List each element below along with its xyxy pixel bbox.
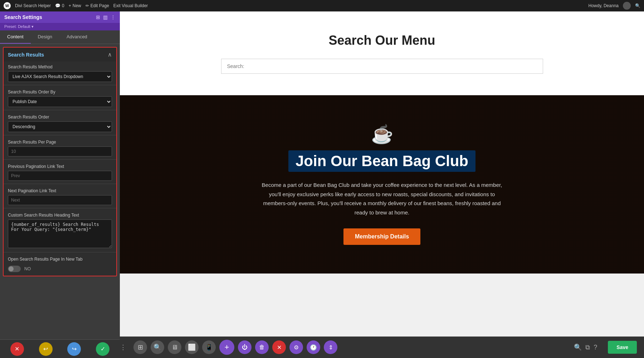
- canvas-search-input[interactable]: [221, 59, 543, 74]
- next-label: Next Pagination Link Text: [8, 188, 112, 193]
- plus-icon: +: [69, 3, 71, 8]
- preset-bar: Preset: Default ▾: [0, 23, 120, 30]
- toggle-row: NO: [8, 263, 112, 274]
- order-by-field-group: Search Results Order By Publish Date Tit…: [4, 87, 116, 108]
- new-tab-toggle[interactable]: [8, 266, 21, 272]
- confirm-button[interactable]: ✓: [96, 342, 109, 356]
- top-bar-right: Howdy, Deanna 🔍: [589, 2, 641, 10]
- per-page-field-group: Search Results Per Page: [4, 137, 116, 158]
- membership-button[interactable]: Membership Details: [343, 228, 420, 245]
- preset-label[interactable]: Preset: Default ▾: [4, 24, 34, 29]
- main-layout: Search Settings ⊞ ▥ ⋮ Preset: Default ▾ …: [0, 11, 644, 358]
- panel-header: Search Settings ⊞ ▥ ⋮: [0, 11, 120, 23]
- order-label: Search Results Order: [8, 115, 112, 120]
- panel-content: Search Results ∧ Search Results Method L…: [0, 44, 120, 339]
- heading-field-group: Custom Search Results Heading Text {numb…: [4, 210, 116, 251]
- toggle-label: NO: [24, 266, 31, 271]
- canvas-search-area: Search Our Menu: [120, 11, 644, 95]
- tabs-bar: Content Design Advanced: [0, 30, 120, 44]
- per-page-label: Search Results Per Page: [8, 140, 112, 145]
- toolbar-trash-button[interactable]: 🗑: [255, 340, 269, 354]
- top-bar: W Divi Search Helper 💬 0 + New ✏ Edit Pa…: [0, 0, 644, 11]
- toolbar-right-search-icon[interactable]: 🔍: [574, 343, 582, 351]
- hero-title: Join Our Bean Bag Club: [288, 150, 475, 172]
- canvas-toolbar: ⋮ ⊞ 🔍 🖥 ⬜ 📱 + ⏻ 🗑 ✕ ⚙ 🕐 ⇕ 🔍 ⧉: [120, 337, 644, 358]
- pencil-icon: ✏: [86, 3, 89, 8]
- tab-advanced[interactable]: Advanced: [59, 30, 94, 44]
- order-by-select[interactable]: Publish Date Title Relevance: [8, 96, 112, 107]
- visual-builder-icon[interactable]: ⊞: [96, 14, 100, 20]
- canvas-hero: ☕ Join Our Bean Bag Club Become a part o…: [120, 95, 644, 274]
- prev-field-group: Previous Pagination Link Text: [4, 161, 116, 182]
- new-tab-field-group: Open Search Results Page In New Tab NO: [4, 254, 116, 276]
- toolbar-add-button[interactable]: +: [219, 340, 234, 355]
- save-button[interactable]: Save: [608, 341, 637, 354]
- toolbar-tablet-icon[interactable]: ⬜: [185, 340, 199, 354]
- collapse-button[interactable]: ∧: [108, 51, 112, 58]
- method-label: Search Results Method: [8, 64, 112, 69]
- toggle-knob: [9, 266, 14, 271]
- next-input[interactable]: [8, 195, 112, 205]
- user-avatar: [623, 2, 631, 10]
- section-title: Search Results: [8, 52, 44, 58]
- order-select[interactable]: Descending Ascending: [8, 121, 112, 132]
- user-greeting: Howdy, Deanna: [589, 3, 619, 8]
- prev-label: Previous Pagination Link Text: [8, 164, 112, 169]
- split-view-icon[interactable]: ▥: [103, 14, 108, 20]
- new-link[interactable]: + New: [69, 3, 81, 8]
- toolbar-search-icon[interactable]: 🔍: [151, 340, 164, 354]
- toolbar-desktop-icon[interactable]: 🖥: [168, 340, 181, 354]
- toolbar-close-button[interactable]: ✕: [272, 340, 286, 354]
- toolbar-layout-icon[interactable]: ⊞: [133, 340, 147, 354]
- wp-logo[interactable]: W: [4, 2, 11, 9]
- toolbar-mobile-icon[interactable]: 📱: [202, 340, 216, 354]
- coffee-icon: ☕: [371, 124, 393, 145]
- heading-textarea[interactable]: {number_of_results} Search Results For Y…: [8, 219, 112, 248]
- redo-button[interactable]: ↪: [67, 342, 81, 356]
- toolbar-right: 🔍 ⧉ ? Save: [574, 341, 637, 354]
- hero-description: Become a part of our Bean Bag Club and t…: [260, 180, 504, 217]
- method-field-group: Search Results Method Live AJAX Search R…: [4, 62, 116, 83]
- toolbar-layers-icon[interactable]: ⧉: [585, 344, 590, 351]
- undo-button[interactable]: ↩: [39, 342, 53, 356]
- next-field-group: Next Pagination Link Text: [4, 185, 116, 207]
- exit-vb-label: Exit Visual Builder: [113, 3, 148, 8]
- edit-page-label: Edit Page: [91, 3, 109, 8]
- comments-count: 0: [62, 3, 64, 8]
- per-page-input[interactable]: [8, 146, 112, 156]
- method-select[interactable]: Live AJAX Search Results Dropdown Standa…: [8, 71, 112, 82]
- topbar-search-icon[interactable]: 🔍: [635, 3, 640, 8]
- left-panel: Search Settings ⊞ ▥ ⋮ Preset: Default ▾ …: [0, 11, 120, 358]
- canvas-search-title: Search Our Menu: [328, 33, 435, 48]
- new-label: New: [73, 3, 81, 8]
- exit-vb-link[interactable]: Exit Visual Builder: [113, 3, 148, 8]
- panel-title: Search Settings: [4, 14, 42, 20]
- toolbar-arrows-button[interactable]: ⇕: [324, 340, 337, 354]
- divi-plugin-label: Divi Search Helper: [15, 3, 51, 8]
- cancel-button[interactable]: ✕: [10, 342, 24, 356]
- edit-page-link[interactable]: ✏ Edit Page: [86, 3, 109, 8]
- tab-content[interactable]: Content: [0, 30, 31, 44]
- toolbar-history-button[interactable]: 🕐: [307, 340, 320, 354]
- toolbar-dots-icon[interactable]: ⋮: [120, 343, 126, 351]
- comments-link[interactable]: 💬 0: [55, 3, 64, 8]
- search-results-section: Search Results ∧ Search Results Method L…: [3, 47, 117, 276]
- order-field-group: Search Results Order Descending Ascendin…: [4, 112, 116, 134]
- prev-input[interactable]: [8, 171, 112, 181]
- comment-icon: 💬: [55, 3, 60, 8]
- toolbar-settings-button[interactable]: ⚙: [289, 340, 303, 354]
- section-header: Search Results ∧: [4, 48, 116, 62]
- panel-header-icons: ⊞ ▥ ⋮: [96, 14, 116, 20]
- toolbar-power-button[interactable]: ⏻: [238, 340, 252, 354]
- bottom-bar: ✕ ↩ ↪ ✓: [0, 339, 120, 358]
- more-options-icon[interactable]: ⋮: [111, 14, 116, 20]
- heading-label: Custom Search Results Heading Text: [8, 213, 112, 218]
- tab-design[interactable]: Design: [31, 30, 59, 44]
- right-canvas: Search Our Menu ☕ Join Our Bean Bag Club…: [120, 11, 644, 358]
- order-by-label: Search Results Order By: [8, 90, 112, 95]
- new-tab-label: Open Search Results Page In New Tab: [8, 257, 112, 262]
- toolbar-help-icon[interactable]: ?: [594, 344, 597, 351]
- canvas-bottom-spacer: [120, 274, 644, 299]
- divi-search-helper-link[interactable]: Divi Search Helper: [15, 3, 51, 8]
